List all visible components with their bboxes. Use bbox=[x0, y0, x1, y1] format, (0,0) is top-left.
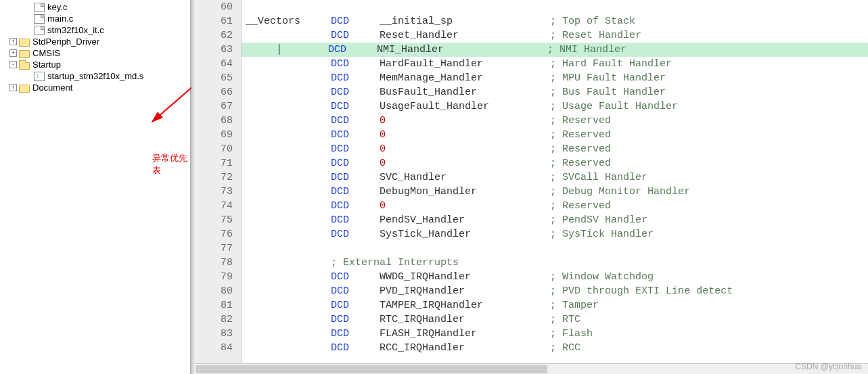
code-line[interactable] bbox=[242, 241, 868, 256]
folder-icon bbox=[19, 39, 30, 47]
code-line[interactable]: DCD PendSV_Handler ; PendSV Handler bbox=[242, 213, 868, 227]
code-line[interactable]: DCD 0 ; Reserved bbox=[242, 199, 868, 213]
folder-icon bbox=[19, 50, 30, 58]
code-line[interactable]: ; External Interrupts bbox=[242, 256, 868, 270]
file-icon bbox=[34, 14, 45, 24]
line-number: 69 bbox=[194, 128, 233, 142]
horizontal-scrollbar[interactable] bbox=[194, 363, 868, 374]
code-line[interactable]: __Vectors DCD __initial_sp ; Top of Stac… bbox=[242, 14, 868, 28]
tree-item-key-c[interactable]: key.c bbox=[0, 1, 190, 13]
tree-item-label: main.c bbox=[47, 14, 73, 24]
line-number: 74 bbox=[194, 199, 233, 213]
line-number: 73 bbox=[194, 185, 233, 199]
code-line[interactable]: DCD FLASH_IRQHandler ; Flash bbox=[242, 327, 868, 341]
expand-icon[interactable]: + bbox=[9, 38, 17, 45]
tree-item-document[interactable]: +Document bbox=[0, 82, 190, 93]
line-number: 68 bbox=[194, 114, 233, 128]
code-line[interactable]: DCD NMI_Handler ; NMI Handler bbox=[242, 43, 868, 57]
code-line[interactable]: DCD RCC_IRQHandler ; RCC bbox=[242, 341, 868, 355]
line-number: 84 bbox=[194, 341, 233, 355]
code-line[interactable]: DCD PVD_IRQHandler ; PVD through EXTI Li… bbox=[242, 284, 868, 298]
asm-file-icon bbox=[34, 72, 45, 81]
line-number: 76 bbox=[194, 227, 233, 241]
code-line[interactable] bbox=[242, 0, 868, 14]
expand-icon[interactable]: + bbox=[9, 84, 17, 91]
code-line[interactable]: DCD DebugMon_Handler ; Debug Monitor Han… bbox=[242, 185, 868, 199]
code-line[interactable]: DCD SysTick_Handler ; SysTick Handler bbox=[242, 227, 868, 241]
line-number: 63 bbox=[194, 43, 233, 57]
code-line[interactable]: DCD 0 ; Reserved bbox=[242, 156, 868, 170]
tree-item-label: stm32f10x_it.c bbox=[47, 25, 104, 35]
tree-item-startup-stm32f10x-md-s[interactable]: startup_stm32f10x_md.s bbox=[0, 70, 190, 82]
code-line[interactable]: DCD 0 ; Reserved bbox=[242, 142, 868, 156]
code-line[interactable]: DCD UsageFault_Handler ; Usage Fault Han… bbox=[242, 99, 868, 114]
code-line[interactable]: DCD BusFault_Handler ; Bus Fault Handler bbox=[242, 85, 868, 99]
line-number: 83 bbox=[194, 327, 233, 341]
line-number-gutter: 6061626364656667686970717273747576777879… bbox=[194, 0, 242, 374]
code-line[interactable]: DCD 0 ; Reserved bbox=[242, 128, 868, 142]
file-icon bbox=[34, 26, 45, 35]
project-tree-panel: key.cmain.cstm32f10x_it.c+StdPeriph_Driv… bbox=[0, 0, 191, 374]
folder-icon bbox=[19, 85, 30, 93]
project-tree[interactable]: key.cmain.cstm32f10x_it.c+StdPeriph_Driv… bbox=[0, 1, 190, 93]
line-number: 61 bbox=[194, 14, 233, 28]
line-number: 64 bbox=[194, 57, 233, 71]
line-number: 80 bbox=[194, 284, 233, 298]
tree-item-label: Startup bbox=[32, 60, 61, 70]
code-line[interactable]: DCD SVC_Handler ; SVCall Handler bbox=[242, 170, 868, 185]
line-number: 71 bbox=[194, 156, 233, 170]
tree-item-main-c[interactable]: main.c bbox=[0, 13, 190, 24]
tree-item-label: startup_stm32f10x_md.s bbox=[47, 71, 143, 81]
tree-item-startup[interactable]: -Startup bbox=[0, 59, 190, 70]
code-line[interactable]: DCD 0 ; Reserved bbox=[242, 114, 868, 128]
tree-item-label: Document bbox=[32, 83, 72, 93]
tree-item-label: CMSIS bbox=[32, 48, 60, 58]
line-number: 75 bbox=[194, 213, 233, 227]
line-number: 78 bbox=[194, 256, 233, 270]
tree-item-stdperiph-driver[interactable]: +StdPeriph_Driver bbox=[0, 36, 190, 47]
line-number: 62 bbox=[194, 28, 233, 43]
code-editor[interactable]: 6061626364656667686970717273747576777879… bbox=[191, 0, 868, 374]
code-line[interactable]: DCD WWDG_IRQHandler ; Window Watchdog bbox=[242, 270, 868, 284]
tree-item-label: key.c bbox=[47, 2, 67, 12]
expand-icon[interactable]: + bbox=[9, 49, 17, 57]
line-number: 82 bbox=[194, 312, 233, 327]
line-number: 60 bbox=[194, 0, 233, 14]
code-line[interactable]: DCD RTC_IRQHandler ; RTC bbox=[242, 312, 868, 327]
line-number: 81 bbox=[194, 298, 233, 312]
line-number: 72 bbox=[194, 170, 233, 185]
line-number: 70 bbox=[194, 142, 233, 156]
collapse-icon[interactable]: - bbox=[9, 61, 17, 68]
scrollbar-thumb[interactable] bbox=[196, 365, 547, 373]
code-area[interactable]: __Vectors DCD __initial_sp ; Top of Stac… bbox=[242, 0, 868, 374]
tree-item-cmsis[interactable]: +CMSIS bbox=[0, 47, 190, 59]
code-line[interactable]: DCD HardFault_Handler ; Hard Fault Handl… bbox=[242, 57, 868, 71]
line-number: 66 bbox=[194, 85, 233, 99]
code-line[interactable]: DCD Reset_Handler ; Reset Handler bbox=[242, 28, 868, 43]
line-number: 67 bbox=[194, 99, 233, 114]
file-icon bbox=[34, 3, 45, 12]
line-number: 77 bbox=[194, 241, 233, 256]
code-line[interactable]: DCD MemManage_Handler ; MPU Fault Handle… bbox=[242, 71, 868, 85]
annotation-label: 异常优先表 bbox=[152, 152, 190, 177]
code-line[interactable]: DCD TAMPER_IRQHandler ; Tamper bbox=[242, 298, 868, 312]
line-number: 79 bbox=[194, 270, 233, 284]
tree-item-stm32f10x-it-c[interactable]: stm32f10x_it.c bbox=[0, 24, 190, 36]
tree-item-label: StdPeriph_Driver bbox=[32, 37, 99, 47]
folder-open-icon bbox=[19, 62, 30, 70]
line-number: 65 bbox=[194, 71, 233, 85]
